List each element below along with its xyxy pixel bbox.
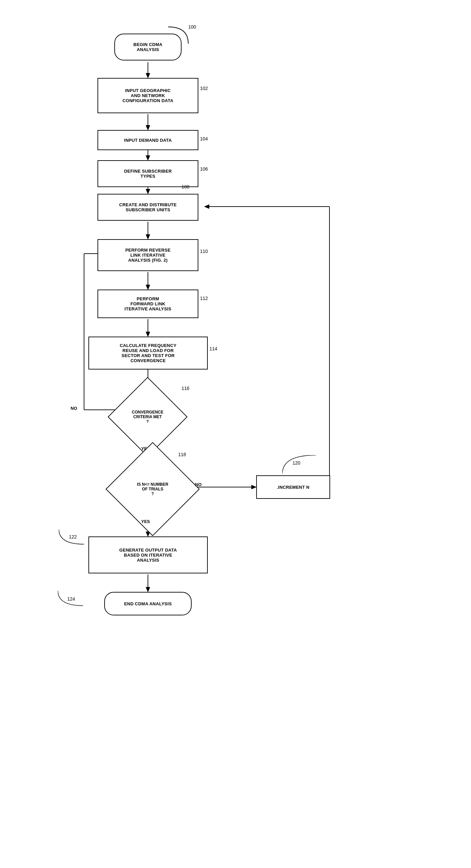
node-104: INPUT DEMAND DATA [97, 130, 198, 150]
svg-marker-5 [146, 156, 150, 160]
node-114-label: CALCULATE FREQUENCY REUSE AND LOAD FOR S… [120, 343, 177, 363]
ref-100: 100 [188, 24, 196, 30]
node-110-label: PERFORM REVERSE LINK ITERATIVE ANALYSIS … [125, 248, 171, 263]
node-start-label: BEGIN CDMA ANALYSIS [134, 42, 163, 52]
svg-marker-3 [146, 125, 150, 130]
bracket-120 [283, 455, 323, 475]
node-start: BEGIN CDMA ANALYSIS [114, 34, 181, 60]
svg-marker-27 [204, 205, 209, 209]
ref-106: 106 [200, 166, 208, 172]
ref-102: 102 [200, 86, 208, 91]
svg-marker-7 [146, 189, 150, 194]
node-end-label: END CDMA ANALYSIS [124, 601, 172, 606]
node-116-container: CONVERGENCE CRITERIA MET ? [119, 389, 177, 446]
node-102-label: INPUT GEOGRAPHIC AND NETWORK CONFIGURATI… [122, 88, 173, 103]
node-118-label: IS N<= NUMBER OF TRIALS ? [137, 482, 168, 496]
node-104-label: INPUT DEMAND DATA [124, 138, 172, 143]
node-118-container: IS N<= NUMBER OF TRIALS ? [119, 456, 186, 523]
arrows-svg [0, 0, 471, 868]
bracket-122 [59, 529, 86, 546]
svg-marker-23 [252, 485, 256, 489]
label-no-trials: NO [195, 482, 202, 487]
ref-116: 116 [181, 385, 189, 391]
ref-108: 108 [181, 184, 189, 189]
node-120: .INCREMENT N [256, 475, 330, 499]
node-112-label: PERFORM FORWARD LINK ITERATIVE ANALYSIS [124, 296, 171, 311]
svg-marker-31 [146, 587, 150, 592]
node-116-label: CONVERGENCE CRITERIA MET ? [132, 410, 164, 424]
node-114: CALCULATE FREQUENCY REUSE AND LOAD FOR S… [88, 337, 208, 370]
node-108-label: CREATE AND DISTRIBUTE SUBSCRIBER UNITS [119, 202, 177, 212]
node-120-label: .INCREMENT N [277, 485, 309, 490]
node-122-label: GENERATE OUTPUT DATA BASED ON ITERATIVE … [119, 548, 177, 563]
ref-110: 110 [200, 249, 208, 254]
node-112: PERFORM FORWARD LINK ITERATIVE ANALYSIS [97, 289, 198, 318]
label-no-convergence: NO [70, 406, 77, 411]
node-110: PERFORM REVERSE LINK ITERATIVE ANALYSIS … [97, 239, 198, 271]
label-yes-trials: YES [141, 519, 150, 524]
ref-112: 112 [200, 296, 208, 301]
node-106: DEFINE SUBSCRIBER TYPES [97, 160, 198, 187]
bracket-124 [58, 591, 85, 607]
node-end: END CDMA ANALYSIS [104, 592, 192, 615]
svg-marker-1 [146, 73, 150, 78]
node-102: INPUT GEOGRAPHIC AND NETWORK CONFIGURATI… [97, 78, 198, 113]
svg-marker-13 [146, 332, 150, 337]
diagram-container: BEGIN CDMA ANALYSIS 100 INPUT GEOGRAPHIC… [0, 0, 471, 868]
ref-118: 118 [178, 452, 186, 457]
svg-marker-9 [146, 235, 150, 239]
svg-marker-11 [146, 285, 150, 289]
ref-114: 114 [209, 346, 217, 351]
node-108: CREATE AND DISTRIBUTE SUBSCRIBER UNITS [97, 194, 198, 221]
node-122: GENERATE OUTPUT DATA BASED ON ITERATIVE … [88, 536, 208, 574]
ref-104: 104 [200, 136, 208, 142]
node-106-label: DEFINE SUBSCRIBER TYPES [124, 168, 172, 179]
